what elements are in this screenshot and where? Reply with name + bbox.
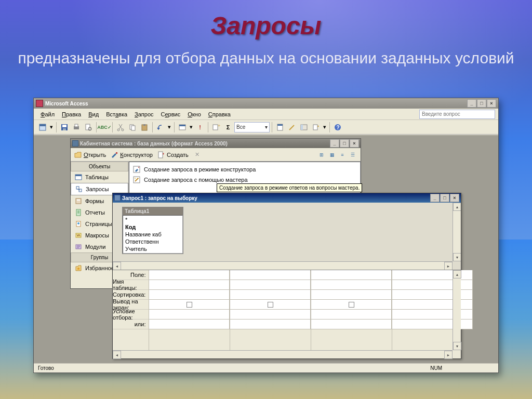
paste-button[interactable] — [139, 122, 150, 133]
menu-help[interactable]: Справка — [205, 110, 234, 118]
query-type-button[interactable] — [177, 122, 188, 133]
help-button[interactable]: ? — [332, 122, 343, 133]
grid-cell-show[interactable] — [149, 300, 230, 310]
grid-cell[interactable] — [230, 270, 311, 280]
menu-file[interactable]: ФФайлайл — [37, 110, 58, 118]
db-minimize-button[interactable]: _ — [330, 139, 339, 148]
q-close-button[interactable]: × — [450, 194, 459, 202]
create-design-item[interactable]: Создание запроса в режиме конструктора — [131, 164, 358, 175]
grid-cell[interactable] — [392, 320, 473, 329]
grid-cell[interactable] — [392, 300, 473, 310]
menu-query[interactable]: Запрос — [131, 110, 157, 118]
table-header[interactable]: Таблица1 — [123, 207, 183, 215]
query-type-dropdown-icon[interactable]: ▾ — [189, 122, 194, 133]
field-item[interactable]: Название каб — [124, 231, 182, 238]
scroll-right-icon[interactable]: ► — [444, 262, 453, 270]
grid-cell[interactable] — [311, 270, 392, 280]
menu-view[interactable]: Вид — [85, 110, 102, 118]
minimize-button[interactable]: _ — [467, 99, 476, 108]
grid-cell-show[interactable] — [230, 300, 311, 310]
view-small-icons-button[interactable]: ▦ — [327, 150, 337, 159]
vscrollbar[interactable]: ▲▼ — [453, 203, 461, 261]
grid-cell-show[interactable] — [311, 300, 392, 310]
scroll-down-icon[interactable]: ▼ — [453, 342, 461, 350]
grid-cell[interactable] — [230, 310, 311, 320]
db-create-button[interactable]: Создать — [157, 151, 189, 159]
query-titlebar: Запрос1 : запрос на выборку _ □ × — [113, 193, 461, 203]
db-design-button[interactable]: Конструктор — [110, 151, 153, 159]
hscrollbar[interactable]: ◄► — [113, 261, 453, 270]
menu-insert[interactable]: Вставка — [102, 110, 131, 118]
grid-cell[interactable] — [311, 310, 392, 320]
menu-tools[interactable]: Сервис — [157, 110, 184, 118]
undo-dropdown-icon[interactable]: ▾ — [167, 122, 172, 133]
access-icon — [36, 100, 43, 107]
build-button[interactable] — [286, 122, 298, 133]
db-close-button[interactable]: × — [350, 139, 359, 148]
save-button[interactable] — [59, 122, 70, 133]
grid-cell[interactable] — [149, 280, 230, 290]
q-maximize-button[interactable]: □ — [440, 194, 449, 202]
menu-edit[interactable]: Правка — [58, 110, 85, 118]
scroll-left-icon[interactable]: ◄ — [113, 351, 121, 359]
grid-cell[interactable] — [392, 310, 473, 320]
scroll-left-icon[interactable]: ◄ — [113, 262, 121, 270]
grid-cell[interactable] — [149, 320, 230, 329]
db-window-button[interactable] — [298, 122, 310, 133]
table-field-list[interactable]: Таблица1 * Код Название каб Ответственн … — [122, 207, 183, 254]
view-large-icons-button[interactable]: ⊞ — [317, 150, 326, 159]
field-item[interactable]: Ответственн — [124, 238, 182, 245]
scroll-right-icon[interactable]: ► — [444, 351, 453, 359]
db-open-button[interactable]: ОтОткрытькрыть — [74, 151, 106, 159]
grid-cell[interactable] — [149, 270, 230, 280]
totals-button[interactable]: Σ — [222, 122, 234, 133]
grid-cell[interactable] — [311, 280, 392, 290]
scroll-up-icon[interactable]: ▲ — [453, 203, 461, 211]
view-dropdown-icon[interactable]: ▾ — [49, 122, 54, 133]
field-item[interactable]: Учитель — [124, 245, 182, 252]
q-minimize-button[interactable]: _ — [430, 194, 440, 202]
grid-cell[interactable] — [392, 280, 473, 290]
view-list-button[interactable]: ≡ — [338, 150, 347, 159]
grid-cell[interactable] — [230, 320, 311, 329]
grid-cell[interactable] — [311, 290, 392, 300]
new-object-dropdown-icon[interactable]: ▾ — [322, 122, 327, 133]
hscrollbar[interactable]: ◄► — [113, 350, 453, 358]
field-item[interactable]: * — [124, 216, 182, 223]
show-table-button[interactable]: + — [210, 122, 222, 133]
field-item[interactable]: Код — [124, 223, 182, 231]
new-object-button[interactable] — [310, 122, 322, 133]
grid-cell[interactable] — [149, 310, 230, 320]
db-delete-button[interactable]: ✕ — [195, 151, 200, 158]
checkbox-icon[interactable] — [187, 302, 192, 308]
print-button[interactable] — [71, 122, 82, 133]
grid-cell[interactable] — [392, 290, 473, 300]
grid-cell[interactable] — [149, 290, 230, 300]
db-maximize-button[interactable]: □ — [340, 139, 349, 148]
checkbox-icon[interactable] — [349, 302, 354, 308]
grid-cell[interactable] — [311, 320, 392, 329]
undo-button[interactable] — [155, 122, 166, 133]
run-button[interactable]: ! — [194, 122, 206, 133]
scroll-up-icon[interactable]: ▲ — [453, 270, 461, 278]
checkbox-icon[interactable] — [268, 302, 273, 308]
menu-window[interactable]: Окно — [184, 110, 205, 118]
close-button[interactable]: × — [487, 99, 496, 108]
scroll-down-icon[interactable]: ▼ — [453, 253, 461, 261]
grid-cell[interactable] — [230, 290, 311, 300]
view-details-button[interactable]: ☰ — [348, 150, 357, 159]
properties-button[interactable] — [274, 122, 286, 133]
svg-text:+: + — [218, 123, 220, 128]
help-search-input[interactable] — [419, 110, 495, 119]
view-button[interactable] — [37, 122, 48, 133]
preview-button[interactable] — [83, 122, 94, 133]
table-pane[interactable]: Таблица1 * Код Название каб Ответственн … — [113, 203, 461, 270]
maximize-button[interactable]: □ — [477, 99, 486, 108]
top-values-dropdown[interactable]: Все▾ — [234, 122, 270, 132]
grid-cell[interactable] — [230, 280, 311, 290]
vscrollbar[interactable]: ▲▼ — [453, 270, 461, 350]
cut-button[interactable] — [115, 122, 126, 133]
copy-button[interactable] — [127, 122, 138, 133]
nav-tables[interactable]: Таблицы — [71, 171, 128, 183]
spell-button[interactable]: ABC✓ — [99, 122, 110, 133]
